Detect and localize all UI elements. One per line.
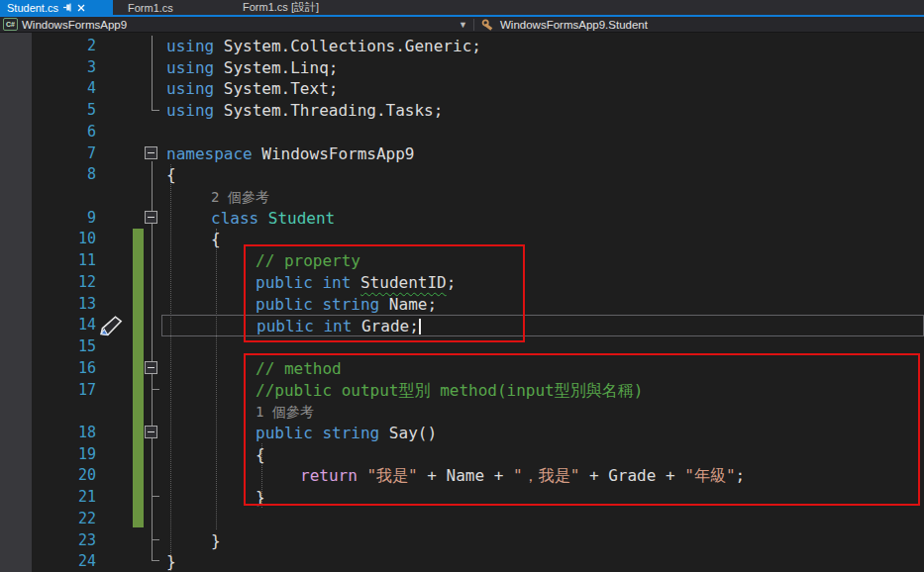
navbar-separator (473, 19, 474, 31)
member-dropdown[interactable]: WindowsFormsApp9.Student (481, 19, 648, 31)
code-token: System.Linq; (214, 58, 338, 77)
line-number[interactable]: 19 (0, 444, 96, 466)
code-token: { (211, 230, 221, 248)
code-token: class (211, 209, 258, 228)
project-dropdown[interactable]: C# WindowsFormsApp9 ▼ (0, 18, 473, 31)
tab-form1-cs-design[interactable]: Form1.cs [設計] (230, 0, 359, 15)
line-number[interactable]: 10 (0, 229, 96, 250)
codelens-row[interactable]: 2 個參考 (0, 186, 924, 208)
code-token: } (166, 552, 176, 571)
csharp-project-icon: C# (3, 18, 18, 31)
code-token: WindowsFormsApp9 (253, 144, 415, 163)
code-line-row[interactable]: 24} (0, 551, 924, 572)
codelens-references-link[interactable]: 2 個參考 (161, 186, 924, 208)
fold-collapse-icon[interactable] (145, 211, 157, 224)
code-token: namespace (166, 144, 253, 163)
code-token: using (166, 79, 214, 98)
code-line-row[interactable]: 5using System.Threading.Tasks; (0, 100, 924, 122)
fold-collapse-icon[interactable] (145, 361, 157, 374)
code-editor[interactable]: 2using System.Collections.Generic;3using… (0, 33, 924, 572)
tab-student-cs[interactable]: Student.cs (0, 0, 113, 15)
code-line-row[interactable]: 2using System.Collections.Generic; (0, 36, 924, 57)
document-tab-bar: Student.cs Form1.cs Form1.cs [設計] (0, 0, 924, 15)
code-line-row[interactable]: 6 (0, 122, 924, 143)
line-number[interactable]: 23 (0, 530, 96, 552)
code-text: using System.Threading.Tasks; (161, 100, 924, 122)
line-number[interactable]: 13 (0, 294, 96, 316)
fold-collapse-icon[interactable] (145, 146, 157, 159)
code-text: namespace WindowsFormsApp9 (161, 143, 924, 165)
code-token: System.Collections.Generic; (214, 37, 481, 55)
code-token (258, 209, 268, 228)
code-line-row[interactable]: 23} (0, 530, 924, 552)
code-text: { (161, 164, 924, 186)
line-number[interactable]: 6 (0, 122, 96, 143)
chevron-down-icon[interactable]: ▼ (459, 20, 467, 30)
code-token: using (166, 37, 214, 55)
code-token: Student (268, 209, 335, 228)
navigation-bar: C# WindowsFormsApp9 ▼ WindowsFormsApp9.S… (0, 17, 924, 33)
code-line-row[interactable]: 4using System.Text; (0, 78, 924, 100)
line-number[interactable]: 9 (0, 208, 96, 230)
fold-collapse-icon[interactable] (145, 426, 157, 438)
code-token: 2 個參考 (211, 189, 269, 205)
line-number[interactable]: 22 (0, 509, 96, 530)
code-line-row[interactable]: 3using System.Linq; (0, 57, 924, 79)
line-number[interactable]: 4 (0, 78, 96, 100)
code-line-row[interactable]: 7namespace WindowsFormsApp9 (0, 143, 924, 165)
line-number[interactable]: 20 (0, 465, 96, 487)
line-number[interactable]: 16 (0, 358, 96, 380)
line-number[interactable]: 17 (0, 380, 96, 402)
code-token: using (166, 58, 214, 77)
line-number[interactable]: 21 (0, 487, 96, 509)
line-number[interactable]: 5 (0, 100, 96, 122)
member-name: WindowsFormsApp9.Student (500, 19, 648, 31)
line-number[interactable]: 14 (0, 315, 96, 336)
code-text: using System.Collections.Generic; (161, 36, 924, 57)
code-text: } (161, 530, 924, 552)
wrench-icon (481, 19, 495, 31)
tab-label: Form1.cs [設計] (243, 0, 319, 15)
pen-cursor-icon (95, 315, 127, 336)
line-number[interactable]: 7 (0, 143, 96, 165)
code-text: using System.Linq; (161, 57, 924, 79)
code-text: } (161, 551, 924, 572)
line-number[interactable]: 2 (0, 36, 96, 57)
line-number[interactable]: 18 (0, 423, 96, 444)
code-token: { (166, 165, 176, 184)
code-text: class Student (161, 208, 924, 230)
code-token: System.Threading.Tasks; (214, 101, 443, 120)
code-text (161, 122, 924, 143)
code-text (161, 509, 924, 530)
code-line-row[interactable]: 8{ (0, 164, 924, 186)
code-line-row[interactable]: 22 (0, 509, 924, 530)
line-number[interactable]: 24 (0, 551, 96, 572)
close-icon[interactable] (77, 4, 85, 12)
line-number[interactable]: 15 (0, 336, 96, 358)
tab-label: Student.cs (7, 2, 58, 14)
code-text: using System.Text; (161, 78, 924, 100)
code-token: System.Text; (214, 79, 338, 98)
vs-editor-window: Student.cs Form1.cs Form1.cs [設計] C# Win… (0, 0, 924, 572)
project-name: WindowsFormsApp9 (22, 19, 127, 31)
pin-icon[interactable] (63, 3, 72, 12)
code-token: } (211, 531, 221, 550)
code-line-row[interactable]: 9class Student (0, 208, 924, 230)
line-number[interactable]: 3 (0, 57, 96, 79)
line-number[interactable]: 8 (0, 164, 96, 186)
line-number[interactable]: 11 (0, 250, 96, 272)
annotation-box-property (244, 244, 525, 342)
code-token: using (166, 101, 214, 120)
tab-form1-cs[interactable]: Form1.cs (117, 0, 216, 15)
annotation-box-method (244, 353, 920, 506)
line-number[interactable]: 12 (0, 272, 96, 294)
tab-label: Form1.cs (128, 2, 173, 14)
